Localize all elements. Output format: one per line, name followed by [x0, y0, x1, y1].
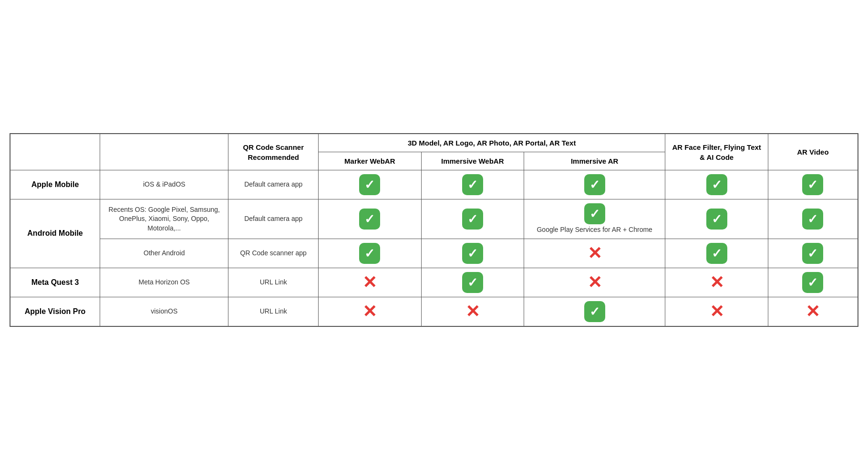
immersive-webar-apple-vision: ✕ — [421, 297, 524, 326]
check-icon: ✓ — [802, 174, 823, 195]
check-icon: ✓ — [584, 174, 605, 195]
header-marker-webar: Marker WebAR — [319, 152, 422, 170]
device-apple-mobile: Apple Mobile — [10, 170, 100, 199]
header-immersive-ar: Immersive AR — [524, 152, 665, 170]
header-qr-code: QR Code Scanner Recommended — [228, 134, 319, 170]
os-vision-os: visionOS — [100, 297, 228, 326]
check-icon: ✓ — [706, 243, 727, 264]
ar-video-other-android: ✓ — [768, 239, 858, 268]
os-ios: iOS & iPadOS — [100, 170, 228, 199]
marker-other-android: ✓ — [319, 239, 422, 268]
header-ar-face: AR Face Filter, Flying Text & AI Code — [665, 134, 768, 170]
device-apple-vision: Apple Vision Pro — [10, 297, 100, 326]
marker-android-recent: ✓ — [319, 199, 422, 239]
immersive-ar-apple-mobile: ✓ — [524, 170, 665, 199]
qr-apple-vision: URL Link — [228, 297, 319, 326]
check-icon: ✓ — [802, 243, 823, 264]
ar-face-apple-mobile: ✓ — [665, 170, 768, 199]
ar-face-apple-vision: ✕ — [665, 297, 768, 326]
check-icon: ✓ — [462, 174, 483, 195]
check-icon: ✓ — [462, 209, 483, 230]
header-immersive-webar: Immersive WebAR — [421, 152, 524, 170]
check-icon: ✓ — [359, 209, 380, 230]
header-model-group: 3D Model, AR Logo, AR Photo, AR Portal, … — [319, 134, 665, 152]
device-meta-quest: Meta Quest 3 — [10, 268, 100, 297]
empty-header-device — [10, 134, 100, 170]
ar-video-apple-vision: ✕ — [768, 297, 858, 326]
cross-icon: ✕ — [584, 272, 605, 293]
cross-icon: ✕ — [584, 243, 605, 264]
check-icon: ✓ — [802, 272, 823, 293]
ar-video-meta-quest: ✓ — [768, 268, 858, 297]
check-icon: ✓ — [462, 272, 483, 293]
check-icon: ✓ — [706, 209, 727, 230]
qr-android-recent: Default camera app — [228, 199, 319, 239]
table-row-apple-vision: Apple Vision Pro visionOS URL Link ✕ ✕ ✓… — [10, 297, 858, 326]
os-other-android: Other Android — [100, 239, 228, 268]
check-icon: ✓ — [462, 243, 483, 264]
cross-icon: ✕ — [462, 301, 483, 322]
ar-video-android-recent: ✓ — [768, 199, 858, 239]
os-meta-horizon: Meta Horizon OS — [100, 268, 228, 297]
header-ar-video: AR Video — [768, 134, 858, 170]
check-icon: ✓ — [802, 209, 823, 230]
marker-meta-quest: ✕ — [319, 268, 422, 297]
immersive-ar-android-recent: ✓ Google Play Services for AR + Chrome — [524, 199, 665, 239]
immersive-webar-meta-quest: ✓ — [421, 268, 524, 297]
cross-icon: ✕ — [802, 301, 823, 322]
qr-apple-mobile: Default camera app — [228, 170, 319, 199]
ar-face-meta-quest: ✕ — [665, 268, 768, 297]
qr-meta-quest: URL Link — [228, 268, 319, 297]
marker-apple-vision: ✕ — [319, 297, 422, 326]
cross-icon: ✕ — [359, 272, 380, 293]
ar-face-android-recent: ✓ — [665, 199, 768, 239]
immersive-webar-android-recent: ✓ — [421, 199, 524, 239]
table-row-apple-mobile: Apple Mobile iOS & iPadOS Default camera… — [10, 170, 858, 199]
device-android-mobile: Android Mobile — [10, 199, 100, 268]
check-icon: ✓ — [584, 301, 605, 322]
table-row-meta-quest: Meta Quest 3 Meta Horizon OS URL Link ✕ … — [10, 268, 858, 297]
immersive-webar-other-android: ✓ — [421, 239, 524, 268]
compatibility-table-wrapper: QR Code Scanner Recommended 3D Model, AR… — [10, 133, 858, 327]
marker-apple-mobile: ✓ — [319, 170, 422, 199]
immersive-webar-apple-mobile: ✓ — [421, 170, 524, 199]
ar-video-apple-mobile: ✓ — [768, 170, 858, 199]
os-android-recent: Recents OS: Google Pixel, Samsung, OnePl… — [100, 199, 228, 239]
immersive-ar-meta-quest: ✕ — [524, 268, 665, 297]
immersive-ar-note: Google Play Services for AR + Chrome — [537, 226, 652, 233]
cross-icon: ✕ — [706, 301, 727, 322]
check-icon: ✓ — [359, 243, 380, 264]
table-row-android-recent: Android Mobile Recents OS: Google Pixel,… — [10, 199, 858, 239]
qr-other-android: QR Code scanner app — [228, 239, 319, 268]
empty-header-os — [100, 134, 228, 170]
header-row-1: QR Code Scanner Recommended 3D Model, AR… — [10, 134, 858, 152]
cross-icon: ✕ — [359, 301, 380, 322]
ar-face-other-android: ✓ — [665, 239, 768, 268]
immersive-ar-apple-vision: ✓ — [524, 297, 665, 326]
cross-icon: ✕ — [706, 272, 727, 293]
check-icon: ✓ — [706, 174, 727, 195]
check-icon: ✓ — [584, 203, 605, 224]
compatibility-table: QR Code Scanner Recommended 3D Model, AR… — [10, 133, 858, 327]
table-row-other-android: Other Android QR Code scanner app ✓ ✓ ✕ … — [10, 239, 858, 268]
immersive-ar-other-android: ✕ — [524, 239, 665, 268]
check-icon: ✓ — [359, 174, 380, 195]
